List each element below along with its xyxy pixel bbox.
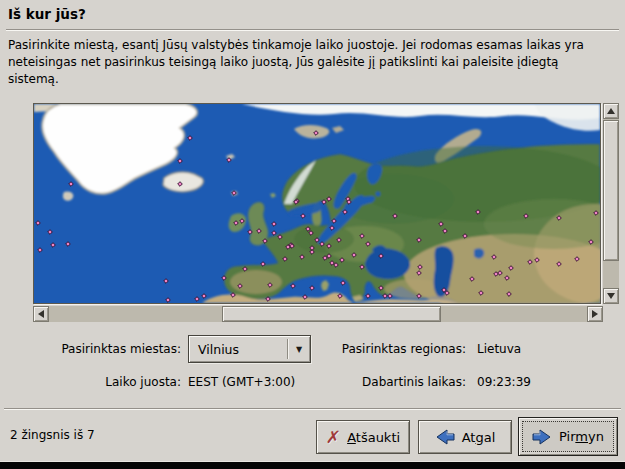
forward-button[interactable]: Pirmyn — [518, 417, 618, 456]
map-horizontal-scrollbar[interactable] — [33, 306, 603, 322]
city-label: Pasirinktas miestas: — [0, 342, 181, 356]
scroll-right-button[interactable] — [587, 306, 603, 322]
left-arrow-icon — [38, 310, 44, 318]
timezone-map[interactable] — [33, 103, 601, 304]
screen-edge-bar — [0, 461, 625, 469]
timezone-label: Laiko juosta: — [0, 375, 181, 389]
scroll-left-button[interactable] — [33, 306, 49, 322]
vertical-scroll-thumb[interactable] — [603, 120, 619, 261]
cancel-label: Atšaukti — [347, 430, 400, 445]
step-status: 2 žingsnis iš 7 — [10, 428, 95, 442]
city-dropdown[interactable]: Vilnius ▼ — [188, 335, 311, 363]
world-map-svg[interactable] — [34, 104, 600, 303]
map-vertical-scrollbar[interactable] — [603, 103, 619, 304]
installer-window: Iš kur jūs? Pasirinkite miestą, esantį J… — [0, 0, 625, 469]
cancel-x-icon: ✗ — [325, 429, 341, 446]
back-button[interactable]: Atgal — [418, 420, 512, 454]
right-arrow-icon — [592, 310, 598, 318]
current-time-value: 09:23:39 — [477, 375, 531, 389]
title-separator — [6, 29, 619, 31]
forward-button-face[interactable]: Pirmyn — [522, 421, 614, 452]
region-label: Pasirinktas regionas: — [320, 342, 466, 356]
cancel-button[interactable]: ✗ Atšaukti — [316, 420, 410, 454]
back-arrow-icon — [435, 429, 455, 445]
down-arrow-icon — [607, 293, 615, 299]
timezone-value: EEST (GMT+3:00) — [188, 375, 295, 389]
scroll-up-button[interactable] — [603, 103, 619, 119]
forward-label: Pirmyn — [559, 429, 604, 444]
footer-separator — [4, 408, 621, 410]
region-value: Lietuva — [477, 342, 521, 356]
page-title: Iš kur jūs? — [8, 6, 86, 22]
back-label: Atgal — [462, 430, 496, 445]
horizontal-scroll-thumb[interactable] — [222, 306, 441, 322]
scroll-down-button[interactable] — [603, 288, 619, 304]
city-dropdown-value: Vilnius — [189, 342, 287, 357]
forward-arrow-icon — [532, 429, 552, 445]
current-time-label: Dabartinis laikas: — [320, 375, 466, 389]
up-arrow-icon — [607, 108, 615, 114]
intro-text: Pasirinkite miestą, esantį Jūsų valstybė… — [8, 37, 607, 88]
chevron-down-icon: ▼ — [288, 345, 310, 354]
